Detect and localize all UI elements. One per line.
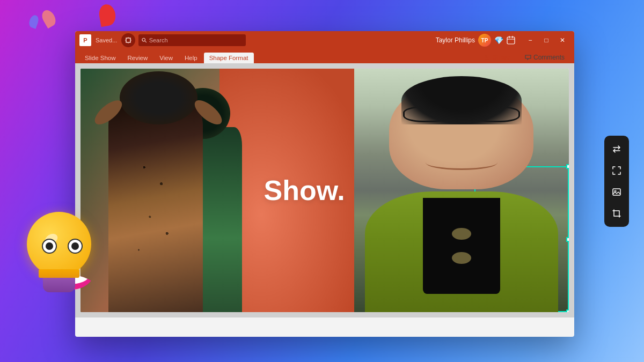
left-photo-area: Show. xyxy=(80,69,359,312)
person-hair xyxy=(401,76,522,125)
tab-review[interactable]: Review xyxy=(122,53,153,63)
person1-head xyxy=(120,71,197,125)
search-input[interactable] xyxy=(149,37,243,43)
person-1 xyxy=(103,69,214,312)
ribbon-actions: Share Comments xyxy=(479,51,570,63)
person-smile xyxy=(426,155,498,170)
side-tools-panel xyxy=(604,136,629,227)
gem-icon: 💎 xyxy=(494,36,503,45)
svg-point-7 xyxy=(614,190,616,192)
tab-shapeformat[interactable]: Shape Format xyxy=(204,53,254,63)
lightbulb-base xyxy=(43,274,75,292)
comments-icon xyxy=(525,54,531,61)
slide-canvas[interactable]: Show. xyxy=(80,69,569,312)
tab-view[interactable]: View xyxy=(154,53,178,63)
maximize-button[interactable]: □ xyxy=(539,34,554,46)
show-text-label: Show. xyxy=(264,175,345,206)
tab-slideshow[interactable]: Slide Show xyxy=(79,53,121,63)
svg-line-1 xyxy=(145,41,147,42)
calendar-icon xyxy=(507,36,515,45)
dark-shirt xyxy=(423,198,500,294)
fullscreen-button[interactable] xyxy=(608,161,626,180)
svg-rect-2 xyxy=(507,37,515,44)
window-controls: − □ ✕ xyxy=(523,34,570,46)
ppt-logo: P xyxy=(79,34,91,46)
jacket-button-1 xyxy=(452,228,471,240)
title-bar-right: Taylor Phillips TP 💎 − □ ✕ xyxy=(436,34,570,47)
lightbulb-eye-right xyxy=(68,239,83,254)
user-name-label: Taylor Phillips xyxy=(436,36,475,44)
leopard-pattern xyxy=(127,126,184,292)
search-bar[interactable] xyxy=(138,34,246,46)
share-button[interactable]: Share xyxy=(479,51,515,63)
svg-rect-6 xyxy=(613,189,620,195)
minimize-button[interactable]: − xyxy=(523,34,538,46)
shape-icon[interactable] xyxy=(121,33,135,47)
video-person-area xyxy=(376,76,547,198)
title-bar-left: P Saved... xyxy=(79,33,433,47)
right-video-section: In today's video, xyxy=(354,69,569,312)
share-icon xyxy=(484,54,491,61)
person1-body xyxy=(108,105,203,312)
show-text-container: Show. xyxy=(264,174,345,206)
picture-button[interactable] xyxy=(608,183,626,201)
jacket-body xyxy=(365,191,558,312)
lightbulb-eyes xyxy=(42,239,83,254)
jacket-button-2 xyxy=(452,252,471,264)
lightbulb-eye-left xyxy=(42,239,57,254)
ribbon-tabs: Slide Show Review View Help Shape Format… xyxy=(75,49,574,63)
lightbulb-body xyxy=(27,212,91,276)
user-avatar[interactable]: TP xyxy=(478,34,491,47)
lightbulb-mascot xyxy=(16,196,110,308)
title-bar: P Saved... Taylor Phillips TP 💎 xyxy=(75,31,574,49)
slide-area: Show. xyxy=(75,63,574,317)
close-button[interactable]: ✕ xyxy=(555,34,570,46)
svg-point-0 xyxy=(142,38,145,41)
powerpoint-window: P Saved... Taylor Phillips TP 💎 xyxy=(75,31,574,337)
swap-button[interactable] xyxy=(608,140,626,158)
saved-label: Saved... xyxy=(96,37,117,43)
crop-button[interactable] xyxy=(608,204,626,223)
tab-help[interactable]: Help xyxy=(179,53,203,63)
comments-button[interactable]: Comments xyxy=(519,51,570,63)
video-torso xyxy=(354,178,569,312)
